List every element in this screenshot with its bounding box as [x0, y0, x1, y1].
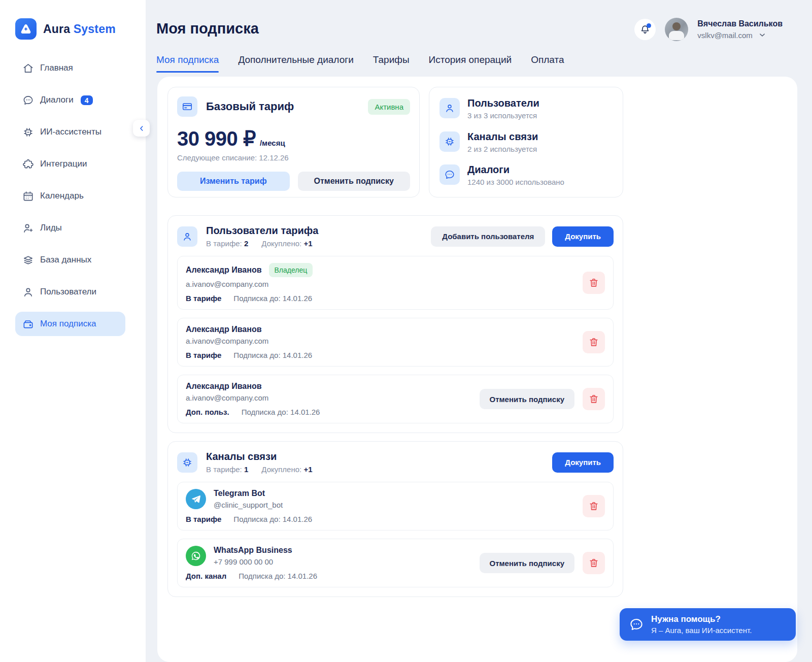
delete-user-button[interactable] [583, 388, 605, 410]
usage-row-users: Пользователи 3 из 3 используется [439, 98, 613, 120]
channel-type: В тарифе [186, 515, 221, 523]
delete-user-button[interactable] [583, 272, 605, 294]
trash-icon [588, 393, 599, 405]
sidebar-item-glavnaya[interactable]: Главная [15, 56, 125, 80]
plan-users-card: Пользователи тарифа В тарифе: 2 Докуплен… [167, 215, 623, 433]
help-chat-widget[interactable]: Нужна помощь? Я – Aura, ваш ИИ-ассистент… [620, 608, 796, 641]
extra-count: Докуплено: +1 [261, 239, 312, 248]
tab-istoriya-operacij[interactable]: История операций [429, 54, 512, 73]
notifications-button[interactable] [634, 19, 656, 40]
chat-bubble-icon [629, 617, 644, 632]
user-row-until: Подписка до: 14.01.26 [242, 408, 320, 416]
tab-dopolnitelnye-dialogi[interactable]: Дополнительные диалоги [238, 54, 353, 73]
extra-count: Докуплено: +1 [261, 465, 312, 474]
cancel-user-subscription-button[interactable]: Отменить подписку [480, 389, 575, 409]
user-row-email: a.ivanov@company.com [186, 393, 480, 402]
plan-period: /месяц [260, 139, 285, 147]
chat-icon [22, 94, 34, 106]
delete-channel-button[interactable] [583, 495, 605, 517]
delete-user-button[interactable] [583, 331, 605, 353]
calendar-icon [22, 190, 34, 202]
chat-icon [439, 164, 460, 185]
chip-icon [439, 131, 460, 152]
sidebar-nav: Главная Диалоги 4 ИИ-ассистенты Интеграц… [15, 56, 125, 336]
user-row-name: Александр Иванов [186, 382, 262, 391]
user-cluster: Вячеслав Васильков vslkv@mail.com [634, 18, 783, 41]
sidebar-item-label: Моя подписка [40, 319, 96, 329]
sidebar-item-moya-podpiska[interactable]: Моя подписка [15, 312, 125, 336]
sidebar: Aura System Главная Диалоги 4 ИИ-ассисте… [0, 0, 146, 662]
chevron-left-icon [138, 124, 146, 133]
sidebar-item-lidy[interactable]: Лиды [15, 216, 125, 240]
sidebar-item-label: Интеграции [40, 159, 87, 169]
usage-card: Пользователи 3 из 3 используется Каналы … [429, 87, 623, 197]
chevron-down-icon[interactable] [758, 30, 767, 40]
trash-icon [588, 277, 599, 288]
user-row-email: a.ivanov@company.com [186, 280, 583, 288]
sidebar-item-label: Диалоги [40, 95, 74, 105]
chat-widget-subtitle: Я – Aura, ваш ИИ-ассистент. [651, 626, 752, 635]
users-card-title: Пользователи тарифа [206, 225, 318, 237]
chip-icon [22, 126, 34, 138]
plan-card: Базовый тариф Активна 30 990 ₽ /месяц Сл… [167, 87, 420, 197]
trash-icon [588, 501, 599, 512]
sidebar-item-kalendar[interactable]: Календарь [15, 184, 125, 208]
trash-icon [588, 557, 599, 569]
wallet-icon [22, 318, 34, 330]
sidebar-item-label: Главная [40, 63, 73, 73]
sidebar-item-dialogi[interactable]: Диалоги 4 [15, 88, 125, 112]
avatar[interactable] [665, 18, 688, 41]
sidebar-item-baza-dannyh[interactable]: База данных [15, 248, 125, 272]
add-user-button[interactable]: Добавить пользователя [431, 226, 545, 247]
sidebar-collapse-button[interactable] [133, 120, 150, 137]
in-plan-count: В тарифе: 1 [206, 465, 248, 474]
usage-value: 1240 из 3000 использовано [467, 178, 564, 186]
user-meta: Вячеслав Васильков vslkv@mail.com [697, 19, 783, 40]
usage-value: 2 из 2 используется [467, 145, 538, 153]
usage-row-channels: Каналы связи 2 из 2 используется [439, 131, 613, 153]
plan-status-badge: Активна [368, 99, 410, 115]
sidebar-item-label: Лиды [40, 223, 62, 233]
trash-icon [588, 337, 599, 348]
tab-bar: Моя подписка Дополнительные диалоги Тари… [156, 54, 812, 73]
sidebar-item-label: Пользователи [40, 287, 96, 297]
buy-more-channels-button[interactable]: Докупить [552, 452, 614, 473]
sidebar-item-polzovateli[interactable]: Пользователи [15, 280, 125, 304]
usage-value: 3 из 3 используется [467, 111, 539, 120]
buy-more-users-button[interactable]: Докупить [552, 226, 614, 247]
user-row-type: В тарифе [186, 294, 221, 303]
in-plan-count: В тарифе: 2 [206, 239, 248, 248]
plan-title: Базовый тариф [206, 100, 294, 113]
cancel-subscription-button[interactable]: Отменить подписку [298, 172, 411, 191]
sidebar-item-ai-assistants[interactable]: ИИ-ассистенты [15, 120, 125, 144]
next-charge-date: Следующее списание: 12.12.26 [177, 153, 410, 162]
channels-card-title: Каналы связи [206, 451, 313, 462]
user-row: Александр Иванов Владелец a.ivanov@compa… [177, 256, 614, 310]
user-row-type: Доп. польз. [186, 408, 229, 416]
usage-title: Диалоги [467, 164, 564, 175]
tab-moya-podpiska[interactable]: Моя подписка [156, 54, 219, 73]
logo-icon [15, 18, 37, 40]
usage-row-dialogs: Диалоги 1240 из 3000 использовано [439, 164, 613, 186]
logo: Aura System [15, 18, 146, 40]
change-plan-button[interactable]: Изменить тариф [177, 172, 290, 191]
channel-until: Подписка до: 14.01.26 [233, 515, 312, 523]
channel-handle: @clinic_support_bot [214, 501, 283, 509]
home-icon [22, 62, 34, 74]
person-icon [22, 286, 34, 298]
channel-row: Telegram Bot @clinic_support_bot В тариф… [177, 482, 614, 531]
channel-type: Доп. канал [186, 572, 226, 580]
user-row-name: Александр Иванов [186, 325, 262, 334]
topbar: Моя подписка Вячеслав Васильков vslkv@ma… [146, 0, 812, 41]
tab-oplata[interactable]: Оплата [531, 54, 564, 73]
chip-icon [177, 452, 197, 473]
delete-channel-button[interactable] [583, 552, 605, 574]
sidebar-item-label: Календарь [40, 191, 84, 201]
usage-title: Пользователи [467, 98, 539, 109]
tab-tarify[interactable]: Тарифы [373, 54, 410, 73]
brand-name: Aura System [43, 22, 116, 36]
user-row-until: Подписка до: 14.01.26 [233, 294, 312, 303]
cancel-channel-subscription-button[interactable]: Отменить подписку [480, 553, 575, 573]
channel-name: WhatsApp Business [214, 546, 292, 555]
sidebar-item-integracii[interactable]: Интеграции [15, 152, 125, 176]
